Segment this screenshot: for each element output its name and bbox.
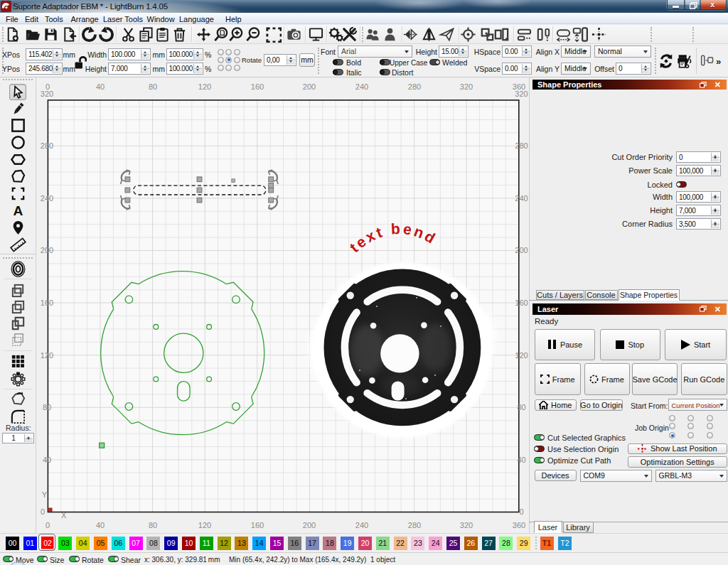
svg-text:40: 40: [517, 456, 525, 464]
svg-text:40: 40: [43, 456, 51, 464]
svg-text:200: 200: [303, 82, 316, 91]
svg-text:240: 240: [355, 82, 368, 91]
svg-text:320: 320: [460, 82, 473, 91]
svg-text:0: 0: [46, 521, 50, 529]
svg-text:240: 240: [515, 194, 528, 203]
svg-text:160: 160: [515, 298, 528, 307]
svg-text:0: 0: [41, 507, 45, 516]
svg-text:80: 80: [149, 521, 157, 529]
svg-text:120: 120: [198, 82, 211, 91]
svg-text:200: 200: [515, 246, 528, 254]
svg-text:120: 120: [198, 521, 211, 529]
svg-text:360: 360: [513, 521, 525, 529]
svg-text:80: 80: [149, 82, 157, 91]
svg-text:A: A: [14, 203, 23, 218]
svg-text:80: 80: [43, 403, 51, 411]
svg-text:280: 280: [515, 141, 528, 150]
svg-text:240: 240: [41, 194, 53, 203]
svg-text:80: 80: [517, 403, 525, 411]
svg-text:200: 200: [303, 521, 316, 529]
svg-text:X: X: [61, 511, 67, 520]
svg-text:Y: Y: [42, 490, 48, 499]
svg-text:40: 40: [96, 82, 105, 91]
svg-text:160: 160: [251, 82, 264, 91]
svg-text:0: 0: [519, 507, 523, 516]
svg-text:120: 120: [515, 351, 528, 360]
svg-text:280: 280: [41, 141, 53, 150]
svg-text:160: 160: [41, 298, 53, 307]
svg-text:320: 320: [515, 90, 528, 98]
svg-text:320: 320: [41, 90, 53, 98]
svg-text:320: 320: [460, 521, 473, 529]
svg-text:200: 200: [41, 246, 53, 254]
svg-text:240: 240: [355, 521, 368, 529]
svg-text:40: 40: [96, 521, 105, 529]
svg-text:160: 160: [251, 521, 264, 529]
svg-text:280: 280: [408, 521, 421, 529]
svg-text:280: 280: [408, 82, 421, 91]
svg-text:120: 120: [41, 351, 53, 360]
